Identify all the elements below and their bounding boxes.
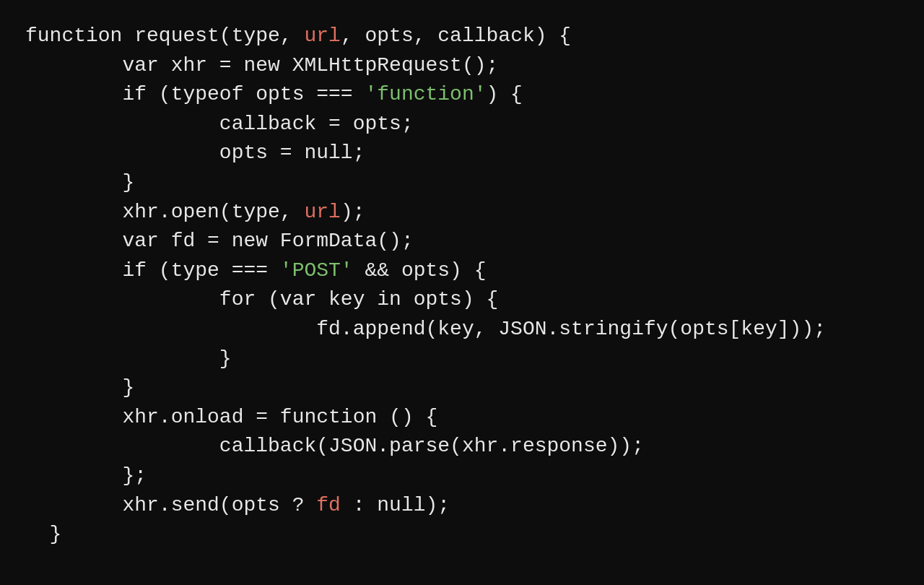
line-14: xhr.onload = function () {: [25, 406, 437, 428]
line-17: xhr.send(opts ? fd : null);: [25, 494, 450, 516]
line-3: if (typeof opts === 'function') {: [25, 83, 523, 105]
code-block: function request(type, url, opts, callba…: [0, 0, 924, 585]
line-6: }: [25, 171, 134, 194]
line-18: }: [25, 523, 61, 545]
line-8: var fd = new FormData();: [25, 230, 414, 252]
line-16: };: [25, 464, 147, 487]
line-1: function request(type, url, opts, callba…: [25, 25, 571, 47]
line-4: callback = opts;: [25, 113, 414, 135]
line-7: xhr.open(type, url);: [25, 201, 365, 223]
line-5: opts = null;: [25, 142, 365, 164]
line-9: if (type === 'POST' && opts) {: [25, 259, 487, 282]
line-2: var xhr = new XMLHttpRequest();: [25, 54, 498, 77]
line-11: fd.append(key, JSON.stringify(opts[key])…: [25, 318, 826, 340]
line-13: }: [25, 376, 134, 399]
line-10: for (var key in opts) {: [25, 288, 498, 311]
line-15: callback(JSON.parse(xhr.response));: [25, 435, 644, 457]
line-12: }: [25, 347, 232, 370]
